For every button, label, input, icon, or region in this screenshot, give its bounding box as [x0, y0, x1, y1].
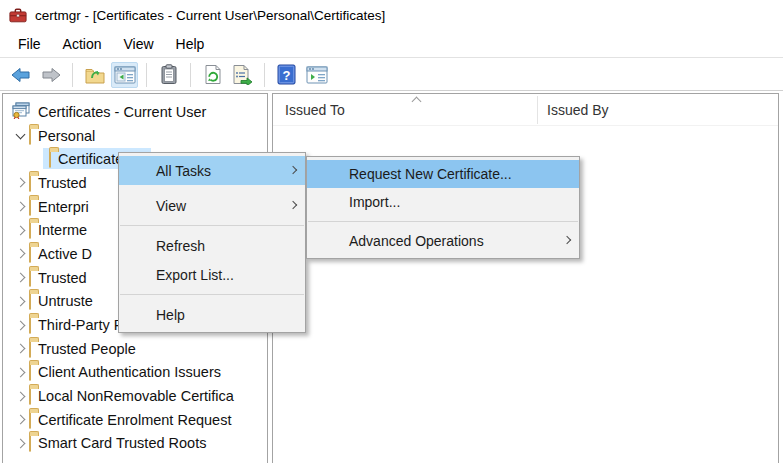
list-header: Issued To Issued By	[273, 94, 778, 126]
tree-item-local-nonremovable[interactable]: Local NonRemovable Certifica	[3, 384, 267, 408]
certmgr-window: certmgr - [Certificates - Current User\P…	[0, 0, 783, 463]
submenu-request-new-certificate[interactable]: Request New Certificate...	[307, 160, 579, 188]
menu-file[interactable]: File	[7, 33, 52, 55]
clipboard-icon	[160, 64, 178, 85]
toolbar-separator	[264, 63, 265, 87]
back-arrow-icon	[10, 66, 32, 84]
up-one-level-button[interactable]	[81, 62, 108, 88]
certmgr-toolbox-icon	[9, 8, 27, 23]
collapsed-chevron-icon[interactable]	[11, 227, 29, 234]
toolbar-separator	[190, 63, 191, 87]
menu-item-label: Import...	[349, 194, 400, 210]
collapsed-chevron-icon[interactable]	[11, 298, 29, 305]
refresh-icon	[203, 64, 223, 85]
tree-item-label: Enterpri	[38, 199, 89, 215]
title-bar: certmgr - [Certificates - Current User\P…	[0, 0, 783, 30]
context-menu-refresh[interactable]: Refresh	[119, 231, 305, 260]
collapsed-chevron-icon[interactable]	[11, 322, 29, 329]
folder-icon	[29, 199, 31, 215]
tree-item-label: Trusted	[38, 270, 87, 286]
collapsed-chevron-icon[interactable]	[11, 393, 29, 400]
folder-icon	[29, 175, 31, 191]
tree-item-label: Local NonRemovable Certifica	[38, 388, 234, 404]
menu-separator	[120, 294, 304, 295]
tree-item-trusted-people[interactable]: Trusted People	[3, 337, 267, 361]
column-label: Issued To	[285, 102, 345, 118]
collapsed-chevron-icon[interactable]	[11, 179, 29, 186]
menu-item-label: Help	[156, 307, 185, 323]
submenu-import[interactable]: Import...	[307, 188, 579, 216]
export-list-button[interactable]	[229, 62, 256, 88]
tree-item-personal[interactable]: Personal	[3, 124, 267, 148]
menu-action[interactable]: Action	[52, 33, 113, 55]
folder-icon	[29, 435, 31, 451]
folder-icon	[29, 128, 31, 144]
menu-item-label: Request New Certificate...	[349, 166, 512, 182]
tree-item-label: Client Authentication Issuers	[38, 364, 221, 380]
menu-item-label: All Tasks	[156, 163, 211, 179]
column-header-issued-by[interactable]: Issued By	[547, 94, 747, 126]
menu-view[interactable]: View	[112, 33, 164, 55]
collapsed-chevron-icon[interactable]	[11, 416, 29, 423]
menu-help[interactable]: Help	[165, 33, 216, 55]
collapsed-chevron-icon[interactable]	[11, 250, 29, 257]
clipboard-button[interactable]	[155, 62, 182, 88]
folder-icon	[29, 270, 31, 286]
svg-text:?: ?	[283, 68, 291, 83]
toolbar: ?	[0, 59, 783, 91]
expanded-chevron-icon[interactable]	[11, 134, 29, 138]
all-tasks-submenu: Request New Certificate... Import... Adv…	[306, 156, 580, 259]
window-title: certmgr - [Certificates - Current User\P…	[35, 8, 385, 23]
folder-icon	[29, 246, 31, 262]
submenu-arrow-icon	[563, 236, 571, 244]
folder-icon	[29, 222, 31, 238]
tree-item-label: Interme	[38, 222, 87, 238]
collapsed-chevron-icon[interactable]	[11, 440, 29, 447]
sort-ascending-icon	[412, 97, 422, 107]
context-menu-export-list[interactable]: Export List...	[119, 260, 305, 289]
help-button[interactable]: ?	[273, 62, 300, 88]
tree-item-cert-enrolment-requests[interactable]: Certificate Enrolment Request	[3, 408, 267, 432]
submenu-arrow-icon	[289, 200, 297, 208]
show-hide-action-pane-button[interactable]	[303, 62, 330, 88]
console-tree-icon	[114, 66, 136, 84]
menu-item-label: View	[156, 198, 186, 214]
certificates-console-icon	[11, 102, 31, 122]
collapsed-chevron-icon[interactable]	[11, 345, 29, 352]
context-menu-view[interactable]: View	[119, 191, 305, 220]
folder-icon	[29, 388, 31, 404]
collapsed-chevron-icon[interactable]	[11, 203, 29, 210]
tree-item-label: Trusted	[38, 175, 87, 191]
forward-button[interactable]	[37, 62, 64, 88]
folder-icon	[49, 151, 51, 167]
refresh-button[interactable]	[199, 62, 226, 88]
tree-item-smart-card-trusted-roots[interactable]: Smart Card Trusted Roots	[3, 432, 267, 456]
collapsed-chevron-icon[interactable]	[11, 369, 29, 376]
context-menu-all-tasks[interactable]: All Tasks	[119, 156, 305, 185]
context-menu-help[interactable]: Help	[119, 300, 305, 329]
submenu-arrow-icon	[289, 165, 297, 173]
help-icon: ?	[277, 64, 296, 85]
toolbar-separator	[72, 63, 73, 87]
back-button[interactable]	[7, 62, 34, 88]
menu-item-label: Refresh	[156, 238, 205, 254]
menu-separator	[308, 221, 578, 222]
column-header-issued-to[interactable]: Issued To	[285, 94, 535, 126]
tree-item-label: Certificate Enrolment Request	[38, 412, 231, 428]
toolbar-separator	[146, 63, 147, 87]
column-label: Issued By	[547, 102, 608, 118]
submenu-advanced-operations[interactable]: Advanced Operations	[307, 227, 579, 255]
certificate-list-pane: Issued To Issued By	[272, 93, 779, 463]
tree-item-label: Certificates - Current User	[38, 104, 206, 120]
folder-icon	[29, 364, 31, 380]
column-divider[interactable]	[537, 96, 538, 124]
show-hide-console-tree-button[interactable]	[111, 62, 138, 88]
folder-icon	[29, 293, 31, 309]
menu-item-label: Advanced Operations	[349, 233, 484, 249]
forward-arrow-icon	[40, 66, 62, 84]
collapsed-chevron-icon[interactable]	[11, 274, 29, 281]
tree-item-label: Smart Card Trusted Roots	[38, 435, 206, 451]
action-pane-icon	[306, 66, 328, 84]
tree-item-client-auth-issuers[interactable]: Client Authentication Issuers	[3, 361, 267, 385]
tree-item-certificates-current-user[interactable]: Certificates - Current User	[3, 100, 267, 124]
